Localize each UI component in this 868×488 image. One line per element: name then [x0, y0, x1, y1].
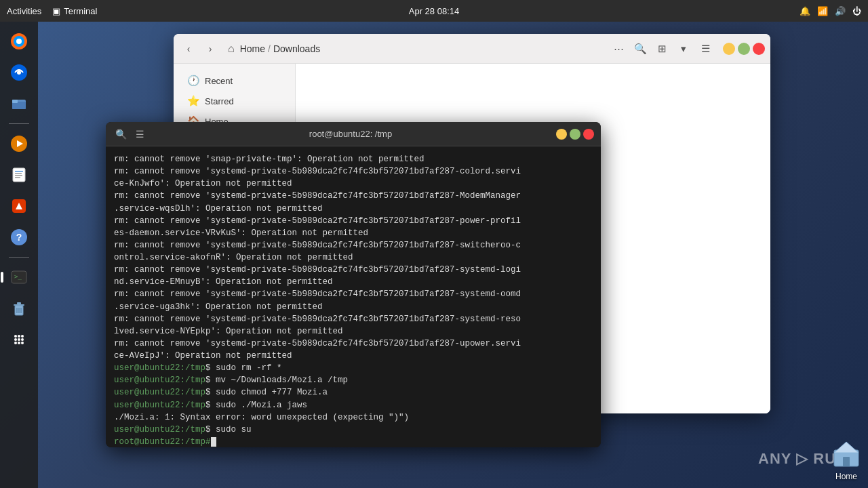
- topbar: Activities ▣ Terminal Apr 28 08:14 🔔 📶 🔊…: [0, 0, 868, 22]
- svg-rect-7: [12, 100, 18, 103]
- svg-rect-22: [17, 302, 21, 304]
- terminal-error-line: rm: cannot remove 'systemd-private-5b989…: [114, 313, 593, 325]
- starred-icon: ⭐: [187, 95, 199, 107]
- svg-point-28: [21, 335, 24, 338]
- terminal-search-button[interactable]: 🔍: [113, 126, 129, 142]
- fm-more-button[interactable]: ⋯: [609, 39, 628, 58]
- terminal-error-line: rm: cannot remove 'systemd-private-5b989…: [114, 215, 593, 227]
- terminal-error-line: ontrol.service-akofnR': Operation not pe…: [114, 251, 593, 264]
- fm-back-button[interactable]: ‹: [179, 39, 198, 58]
- dock-item-files[interactable]: [6, 91, 32, 117]
- terminal-command-text: $ mv ~/Downloads/Mozi.a /tmp: [205, 375, 348, 385]
- bell-icon[interactable]: 🔔: [800, 6, 810, 16]
- desktop: ? >_: [0, 22, 868, 488]
- dock-item-software[interactable]: [6, 193, 32, 219]
- terminal-prompt-text: user@ubuntu22:/tmp: [114, 425, 205, 434]
- svg-rect-21: [14, 304, 24, 306]
- svg-point-31: [21, 338, 24, 341]
- svg-marker-36: [834, 442, 859, 453]
- terminal-root-prompt-text: root@ubuntu22:/tmp#: [114, 437, 211, 447]
- fm-breadcrumb: ⌂ Home / Downloads: [222, 43, 606, 55]
- dock: ? >_: [0, 22, 38, 488]
- desktop-home-icon[interactable]: Home: [831, 439, 861, 481]
- topbar-left: Activities ▣ Terminal: [7, 6, 97, 16]
- terminal-prompt-text: user@ubuntu22:/tmp: [114, 363, 205, 373]
- terminal-error-line: ce-KnJwfo': Operation not permitted: [114, 178, 593, 190]
- topbar-datetime: Apr 28 08:14: [409, 6, 459, 16]
- sidebar-item-recent[interactable]: 🕐 Recent: [176, 70, 292, 91]
- terminal-error-line: rm: cannot remove 'snap-private-tmp': Op…: [114, 153, 593, 165]
- svg-point-26: [14, 335, 17, 338]
- recent-icon: 🕐: [187, 75, 199, 87]
- terminal-taskbar-icon: ▣: [52, 6, 60, 16]
- dock-item-terminal[interactable]: >_: [6, 264, 32, 290]
- dock-separator-1: [9, 123, 29, 124]
- terminal-error-line: rm: cannot remove 'systemd-private-5b989…: [114, 190, 593, 202]
- terminal-menu-button[interactable]: ☰: [132, 126, 148, 142]
- desktop-home-icon-graphic: [831, 439, 861, 469]
- fm-breadcrumb-home[interactable]: Home: [240, 43, 265, 54]
- svg-rect-37: [843, 457, 850, 466]
- fm-maximize-button[interactable]: □: [738, 43, 750, 55]
- svg-point-4: [17, 70, 21, 75]
- terminal-error-line: es-daemon.service-VRvKuS': Operation not…: [114, 227, 593, 239]
- terminal-error-line: rm: cannot remove 'systemd-private-5b989…: [114, 165, 593, 178]
- dock-separator-2: [9, 257, 29, 258]
- terminal-error-line: lved.service-NYEpkp': Operation not perm…: [114, 325, 593, 338]
- terminal-command-text: $ sudo su: [205, 425, 252, 434]
- dock-item-help[interactable]: ?: [6, 224, 32, 250]
- home-breadcrumb-icon: ⌂: [228, 43, 235, 55]
- terminal-maximize-button[interactable]: [570, 129, 580, 140]
- terminal-error-line: rm: cannot remove 'systemd-private-5b989…: [114, 239, 593, 251]
- volume-icon: 🔊: [835, 6, 846, 16]
- desktop-area: ‹ › ⌂ Home / Downloads ⋯ 🔍 ⊞ ▾ ☰ − □: [38, 22, 868, 488]
- terminal-close-button[interactable]: [583, 129, 594, 140]
- dock-item-recycle[interactable]: [6, 296, 32, 321]
- terminal-prompt-line: user@ubuntu22:/tmp$ sudo ./Mozi.a jaws: [114, 399, 593, 411]
- fm-view-down-button[interactable]: ▾: [674, 39, 693, 58]
- svg-point-33: [18, 342, 20, 344]
- terminal-command-text: $ sudo rm -rf *: [205, 363, 282, 373]
- dock-item-rhythmbox[interactable]: [6, 131, 32, 157]
- svg-rect-13: [15, 175, 22, 176]
- fm-forward-button[interactable]: ›: [201, 39, 220, 58]
- terminal-cursor: [211, 437, 216, 447]
- terminal-taskbar-item[interactable]: ▣ Terminal: [52, 6, 97, 16]
- svg-rect-12: [15, 173, 22, 174]
- terminal-root-prompt-line: root@ubuntu22:/tmp#: [114, 436, 593, 447]
- fm-window-buttons: − □ ×: [723, 43, 765, 55]
- network-icon: 📶: [817, 6, 828, 16]
- fm-toolbar-right: ⋯ 🔍 ⊞ ▾ ☰: [609, 39, 715, 58]
- sidebar-item-starred[interactable]: ⭐ Starred: [176, 91, 292, 111]
- svg-point-27: [18, 335, 20, 338]
- fm-minimize-button[interactable]: −: [723, 43, 735, 55]
- activities-button[interactable]: Activities: [7, 6, 41, 16]
- dock-item-thunderbird[interactable]: [6, 60, 32, 85]
- terminal-prompt-text: user@ubuntu22:/tmp: [114, 375, 205, 385]
- terminal-minimize-button[interactable]: [556, 129, 567, 140]
- fm-search-button[interactable]: 🔍: [631, 39, 650, 58]
- dock-item-appgrid[interactable]: [6, 327, 32, 352]
- terminal-prompt-line: user@ubuntu22:/tmp$ sudo chmod +777 Mozi…: [114, 386, 593, 399]
- svg-rect-11: [15, 171, 23, 172]
- terminal-error-line: ./Mozi.a: 1: Syntax error: word unexpect…: [114, 411, 593, 424]
- terminal-error-line: nd.service-EMnuyB': Operation not permit…: [114, 276, 593, 288]
- dock-item-writer[interactable]: [6, 162, 32, 188]
- file-manager-titlebar: ‹ › ⌂ Home / Downloads ⋯ 🔍 ⊞ ▾ ☰ − □: [174, 34, 770, 64]
- fm-close-button[interactable]: ×: [753, 43, 765, 55]
- terminal-prompt-line: user@ubuntu22:/tmp$ mv ~/Downloads/Mozi.…: [114, 374, 593, 386]
- terminal-taskbar-label: Terminal: [64, 6, 97, 16]
- terminal-error-line: .service-uga3hk': Operation not permitte…: [114, 301, 593, 313]
- terminal-prompt-line: user@ubuntu22:/tmp$ sudo rm -rf *: [114, 362, 593, 374]
- terminal-title: root@ubuntu22: /tmp: [152, 129, 549, 139]
- svg-point-34: [21, 342, 24, 344]
- svg-point-32: [14, 342, 17, 344]
- terminal-error-line: rm: cannot remove 'systemd-private-5b989…: [114, 288, 593, 300]
- dock-item-firefox[interactable]: [6, 28, 32, 54]
- terminal-titlebar: 🔍 ☰ root@ubuntu22: /tmp: [106, 122, 601, 146]
- power-icon: ⏻: [852, 6, 861, 16]
- fm-view-button[interactable]: ⊞: [652, 39, 671, 58]
- fm-menu-button[interactable]: ☰: [696, 39, 715, 58]
- terminal-body[interactable]: rm: cannot remove 'snap-private-tmp': Op…: [106, 146, 601, 447]
- svg-text:?: ?: [16, 232, 22, 243]
